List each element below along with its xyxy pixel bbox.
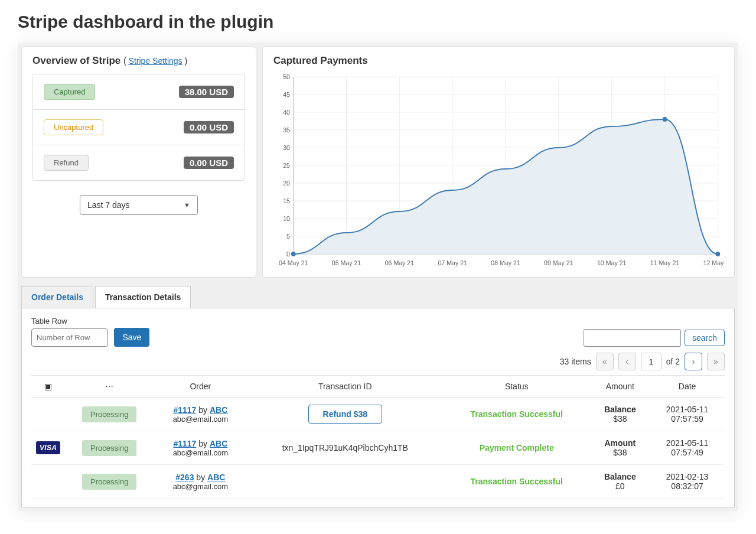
amount-value: $38 bbox=[613, 414, 627, 424]
rows-input[interactable] bbox=[31, 328, 108, 347]
overview-title-row: Overview of Stripe ( Stripe Settings ) bbox=[32, 55, 245, 67]
order-email: abc@gmail.com bbox=[158, 482, 242, 491]
status-text: Payment Complete bbox=[480, 443, 554, 452]
table-row-control: Table Row Save bbox=[31, 317, 149, 347]
uncaptured-badge: Uncaptured bbox=[44, 119, 103, 135]
image-icon: ▣ bbox=[44, 382, 52, 391]
svg-text:12 May 21: 12 May 21 bbox=[703, 259, 724, 266]
transaction-id: txn_1IpqTRJ91uK4qPibchCyh1TB bbox=[282, 443, 408, 452]
order-by-text: by bbox=[194, 473, 207, 482]
processing-badge: Processing bbox=[82, 474, 136, 490]
items-count: 33 items bbox=[560, 357, 591, 366]
date-range-value: Last 7 days bbox=[87, 200, 130, 210]
svg-text:25: 25 bbox=[283, 162, 290, 169]
svg-text:10: 10 bbox=[283, 215, 290, 222]
chevron-down-icon: ▼ bbox=[184, 201, 190, 209]
pagination: 33 items « ‹ of 2 › » bbox=[31, 353, 725, 370]
page-title: Stripe dashboard in the plugin bbox=[18, 12, 738, 32]
svg-text:35: 35 bbox=[283, 126, 290, 134]
amount-value: £0 bbox=[615, 481, 625, 491]
transaction-panel: Table Row Save search 33 items « ‹ of 2 … bbox=[21, 308, 735, 507]
overview-list: Captured 38.00 USD Uncaptured 0.00 USD R… bbox=[32, 74, 245, 181]
order-author-link[interactable]: ABC bbox=[210, 439, 227, 448]
status-text: Transaction Successful bbox=[471, 409, 563, 419]
overview-row-refund: Refund 0.00 USD bbox=[33, 145, 245, 180]
search-input[interactable] bbox=[584, 329, 681, 347]
svg-text:04 May 21: 04 May 21 bbox=[279, 259, 308, 266]
order-link[interactable]: #1117 bbox=[173, 405, 196, 415]
svg-text:06 May 21: 06 May 21 bbox=[385, 259, 415, 266]
svg-text:20: 20 bbox=[283, 180, 290, 187]
th-date: Date bbox=[650, 376, 725, 398]
table-row-label: Table Row bbox=[31, 317, 149, 325]
tab-transaction-details[interactable]: Transaction Details bbox=[95, 286, 191, 308]
svg-point-44 bbox=[715, 252, 720, 256]
date-range-select[interactable]: Last 7 days ▼ bbox=[80, 195, 198, 215]
uncaptured-amount: 0.00 USD bbox=[184, 121, 234, 134]
date-line1: 2021-02-13 bbox=[654, 472, 720, 481]
table-row: VISA Processing #1117 by ABC abc@email.c… bbox=[31, 431, 725, 465]
stripe-settings-link[interactable]: Stripe Settings bbox=[129, 56, 183, 66]
date-line1: 2021-05-11 bbox=[654, 438, 720, 448]
order-email: abc@email.com bbox=[158, 448, 242, 457]
svg-text:5: 5 bbox=[286, 233, 290, 240]
pager-current-input[interactable] bbox=[641, 353, 662, 370]
svg-text:08 May 21: 08 May 21 bbox=[491, 259, 520, 266]
captured-payments-chart: 0510152025303540455004 May 2105 May 2106… bbox=[273, 74, 724, 269]
overview-row-captured: Captured 38.00 USD bbox=[33, 74, 245, 110]
processing-badge: Processing bbox=[82, 440, 136, 456]
th-status: Status bbox=[443, 376, 590, 398]
order-by-text: by bbox=[196, 405, 210, 415]
more-icon: ⋯ bbox=[105, 382, 113, 391]
captured-badge: Captured bbox=[44, 84, 95, 100]
refund-badge: Refund bbox=[44, 155, 89, 171]
svg-text:15: 15 bbox=[283, 197, 290, 204]
amount-label: Balance bbox=[595, 472, 645, 481]
date-line1: 2021-05-11 bbox=[654, 405, 720, 414]
save-button[interactable]: Save bbox=[114, 328, 149, 347]
status-text: Transaction Successful bbox=[471, 477, 563, 486]
svg-text:05 May 21: 05 May 21 bbox=[332, 259, 361, 266]
svg-text:30: 30 bbox=[283, 144, 290, 151]
pager-prev[interactable]: ‹ bbox=[618, 353, 636, 370]
table-row: Processing #263 by ABC abc@gmail.com Tra… bbox=[31, 465, 725, 499]
tab-order-details[interactable]: Order Details bbox=[21, 286, 93, 308]
chart-card: Captured Payments 0510152025303540455004… bbox=[262, 46, 735, 278]
svg-text:40: 40 bbox=[283, 109, 290, 116]
overview-row-uncaptured: Uncaptured 0.00 USD bbox=[33, 110, 245, 145]
transactions-table: ▣ ⋯ Order Transaction ID Status Amount D… bbox=[31, 375, 725, 499]
refund-button[interactable]: Refund $38 bbox=[308, 405, 382, 424]
order-author-link[interactable]: ABC bbox=[207, 473, 225, 482]
pager-of-text: of 2 bbox=[666, 357, 680, 366]
svg-point-42 bbox=[291, 252, 296, 256]
amount-label: Amount bbox=[595, 438, 645, 448]
pager-next[interactable]: › bbox=[685, 353, 702, 370]
tabs: Order Details Transaction Details bbox=[21, 286, 735, 308]
date-line2: 07:57:49 bbox=[654, 448, 720, 457]
pager-last[interactable]: » bbox=[707, 353, 725, 370]
svg-point-43 bbox=[663, 117, 667, 122]
overview-title: Overview of Stripe bbox=[32, 55, 120, 66]
order-link[interactable]: #263 bbox=[175, 473, 194, 482]
overview-settings-paren: ( Stripe Settings ) bbox=[123, 56, 187, 66]
th-order: Order bbox=[154, 376, 247, 398]
search-wrap: search bbox=[584, 329, 725, 347]
order-email: abc@email.com bbox=[158, 415, 242, 424]
svg-text:11 May 21: 11 May 21 bbox=[650, 259, 680, 266]
refund-amount: 0.00 USD bbox=[184, 157, 234, 169]
order-link[interactable]: #1117 bbox=[173, 439, 196, 448]
svg-text:50: 50 bbox=[283, 74, 290, 80]
order-author-link[interactable]: ABC bbox=[210, 405, 227, 415]
amount-value: $38 bbox=[613, 448, 627, 457]
order-by-text: by bbox=[196, 439, 210, 448]
overview-card: Overview of Stripe ( Stripe Settings ) C… bbox=[21, 46, 256, 278]
svg-text:45: 45 bbox=[283, 91, 290, 98]
date-line2: 07:57:59 bbox=[654, 414, 720, 424]
pager-first[interactable]: « bbox=[596, 353, 614, 370]
svg-text:09 May 21: 09 May 21 bbox=[544, 259, 573, 266]
th-amount: Amount bbox=[590, 376, 650, 398]
card-brand-badge: VISA bbox=[36, 441, 60, 454]
chart-title: Captured Payments bbox=[273, 55, 724, 67]
th-txid: Transaction ID bbox=[247, 376, 443, 398]
search-button[interactable]: search bbox=[685, 330, 725, 346]
